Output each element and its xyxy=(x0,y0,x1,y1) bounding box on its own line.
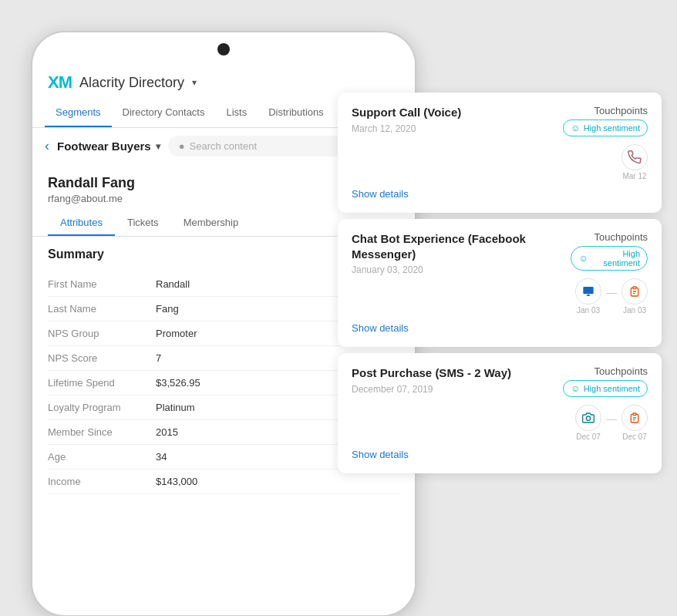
card-top-row-3: Post Purchase (SMS - 2 Way) December 07,… xyxy=(352,365,648,441)
touchpoints-row-3: Dec 07 — Dec 07 xyxy=(563,405,648,441)
touchpoint-survey-2: Jan 03 xyxy=(621,278,648,315)
touchpoint-sms: Dec 07 xyxy=(575,405,601,441)
card-top-row-1: Support Call (Voice) March 12, 2020 Touc… xyxy=(352,105,648,180)
label-loyalty-program: Loyalty Program xyxy=(48,402,156,413)
value-first-name: Randall xyxy=(156,278,190,290)
phone-camera xyxy=(217,43,230,56)
value-income: $143,000 xyxy=(156,476,197,487)
tab-segments[interactable]: Segments xyxy=(45,99,112,127)
value-last-name: Fang xyxy=(156,303,179,315)
touchpoint-chat-date: Jan 03 xyxy=(577,306,600,315)
label-member-since: Member Since xyxy=(48,426,156,438)
tab-distributions[interactable]: Distributions xyxy=(258,99,335,127)
touchpoint-survey-icon-3 xyxy=(621,405,648,431)
label-nps-group: NPS Group xyxy=(48,328,156,339)
label-income: Income xyxy=(48,476,156,487)
segment-select[interactable]: Footwear Buyers ▾ xyxy=(57,140,160,153)
label-age: Age xyxy=(48,451,156,463)
app-title-chevron-icon[interactable]: ▾ xyxy=(192,77,197,88)
svg-rect-1 xyxy=(633,287,636,289)
phone-notch-bar xyxy=(32,32,415,66)
label-last-name: Last Name xyxy=(48,303,156,315)
show-details-3[interactable]: Show details xyxy=(352,449,409,460)
sentiment-text-3: High sentiment xyxy=(584,384,640,393)
search-icon: ● xyxy=(179,140,185,152)
card-date-2: January 03, 2020 xyxy=(352,264,571,275)
touchpoint-survey-3-date: Dec 07 xyxy=(622,433,647,441)
tab-directory-contacts[interactable]: Directory Contacts xyxy=(112,99,216,127)
sentiment-badge-1: ☺ High sentiment xyxy=(563,119,648,136)
touchpoint-chat: Jan 03 xyxy=(575,278,601,315)
search-placeholder: Search content xyxy=(190,140,257,152)
touchpoint-voice-date: Mar 12 xyxy=(622,172,646,180)
card-title-2: Chat Bot Experience (Facebook Messenger) xyxy=(352,231,571,261)
touchpoint-sms-date: Dec 07 xyxy=(576,433,601,441)
sentiment-icon-1: ☺ xyxy=(571,123,580,133)
value-age: 34 xyxy=(156,451,167,463)
value-nps-group: Promoter xyxy=(156,328,197,339)
touchpoints-label-3: Touchpoints xyxy=(563,365,648,377)
sentiment-text-2: High sentiment xyxy=(591,249,640,268)
touchpoint-voice: Mar 12 xyxy=(621,144,648,180)
sub-tab-tickets[interactable]: Tickets xyxy=(115,210,171,236)
scene: XM Alacrity Directory ▾ Segments Directo… xyxy=(15,15,662,616)
label-first-name: First Name xyxy=(48,278,156,290)
card-touchpoints-col-3: Touchpoints ☺ High sentiment xyxy=(563,365,648,441)
value-loyalty-program: Platinum xyxy=(156,402,195,413)
value-lifetime-spend: $3,526.95 xyxy=(156,377,200,389)
sentiment-badge-3: ☺ High sentiment xyxy=(563,380,648,397)
sentiment-badge-2: ☺ High sentiment xyxy=(571,246,648,271)
sentiment-icon-2: ☺ xyxy=(578,253,588,264)
show-details-1[interactable]: Show details xyxy=(352,188,409,200)
sub-tab-membership[interactable]: Membership xyxy=(171,210,251,236)
show-details-2[interactable]: Show details xyxy=(352,322,409,334)
touchpoint-chat-icon xyxy=(575,278,601,305)
card-touchpoints-col-2: Touchpoints ☺ High sentiment Jan xyxy=(571,231,648,315)
touchpoint-sms-icon xyxy=(575,405,601,431)
card-date-3: December 07, 2019 xyxy=(352,384,511,395)
touchpoints-row-2: Jan 03 — Jan 03 xyxy=(571,278,648,315)
tab-lists[interactable]: Lists xyxy=(215,99,258,127)
touchpoint-survey-icon-2 xyxy=(621,278,648,305)
back-button[interactable]: ‹ xyxy=(45,138,49,154)
card-title-3: Post Purchase (SMS - 2 Way) xyxy=(352,365,511,381)
svg-rect-3 xyxy=(633,413,636,416)
card-top-row-2: Chat Bot Experience (Facebook Messenger)… xyxy=(352,231,648,315)
cards-panel: Support Call (Voice) March 12, 2020 Touc… xyxy=(338,93,662,480)
svg-rect-0 xyxy=(583,287,593,294)
app-title: Alacrity Directory xyxy=(79,75,184,91)
card-left-1: Support Call (Voice) March 12, 2020 xyxy=(352,105,461,134)
card-post-purchase: Post Purchase (SMS - 2 Way) December 07,… xyxy=(338,353,662,473)
value-nps-score: 7 xyxy=(156,352,161,364)
touchpoint-survey-2-date: Jan 03 xyxy=(623,306,646,315)
card-chat-bot: Chat Bot Experience (Facebook Messenger)… xyxy=(338,219,662,347)
card-title-1: Support Call (Voice) xyxy=(352,105,461,120)
card-left-3: Post Purchase (SMS - 2 Way) December 07,… xyxy=(352,365,511,395)
touchpoints-label-1: Touchpoints xyxy=(563,105,648,116)
card-touchpoints-col-1: Touchpoints ☺ High sentiment Mar xyxy=(563,105,648,180)
sentiment-text-1: High sentiment xyxy=(584,123,640,133)
connector-icon-2: — xyxy=(606,286,617,298)
label-nps-score: NPS Score xyxy=(48,352,156,364)
touchpoint-voice-icon xyxy=(621,144,648,170)
segment-name: Footwear Buyers xyxy=(57,140,151,153)
card-date-1: March 12, 2020 xyxy=(352,123,461,134)
touchpoint-survey-3: Dec 07 xyxy=(621,405,648,441)
touchpoints-label-2: Touchpoints xyxy=(571,231,648,243)
svg-point-2 xyxy=(586,416,590,420)
connector-icon-3: — xyxy=(606,412,617,425)
card-support-call: Support Call (Voice) March 12, 2020 Touc… xyxy=(338,93,662,213)
segment-chevron-icon: ▾ xyxy=(156,141,160,152)
value-member-since: 2015 xyxy=(156,426,178,438)
sub-tab-attributes[interactable]: Attributes xyxy=(48,210,115,236)
xm-logo: XM xyxy=(48,72,72,93)
card-left-2: Chat Bot Experience (Facebook Messenger)… xyxy=(352,231,571,275)
touchpoints-row-1: Mar 12 xyxy=(563,144,648,180)
label-lifetime-spend: Lifetime Spend xyxy=(48,377,156,389)
sentiment-icon-3: ☺ xyxy=(571,383,580,394)
